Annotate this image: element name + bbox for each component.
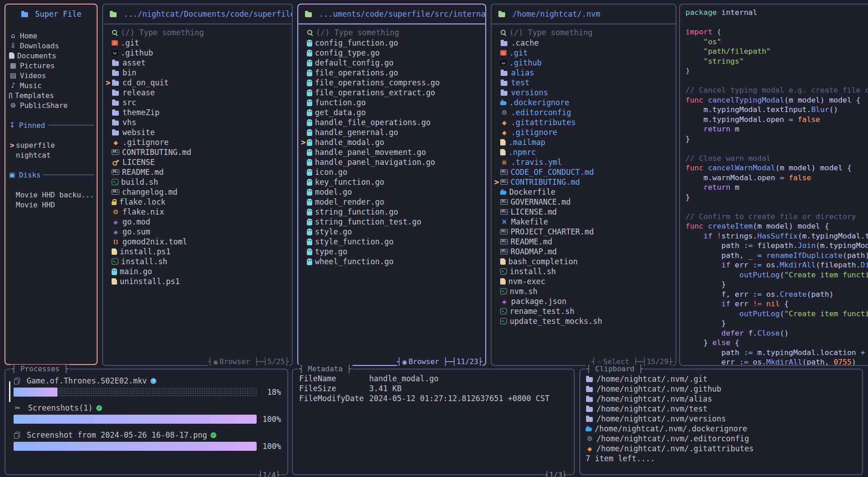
file-row[interactable]: versions bbox=[492, 88, 676, 98]
file-row[interactable]: M↓PROJECT_CHARTER.md bbox=[492, 227, 676, 237]
sidebar-item-downloads[interactable]: ⇩Downloads bbox=[5, 41, 97, 51]
sidebar-item-home[interactable]: ⌂Home bbox=[5, 31, 97, 41]
file-row[interactable]: flake.lock bbox=[103, 197, 292, 207]
file-row[interactable]: ◆.gitignore bbox=[103, 137, 292, 147]
file-row[interactable]: alias bbox=[492, 68, 676, 78]
file-row[interactable]: file_operations_compress.go bbox=[298, 78, 485, 88]
file-row[interactable]: .mailmap bbox=[492, 137, 676, 147]
file-row[interactable]: >_install.sh bbox=[492, 267, 676, 276]
file-row[interactable]: ◈go.sum bbox=[103, 227, 292, 237]
file-row[interactable]: default_config.go bbox=[298, 58, 485, 68]
pinned-item-superfile[interactable]: >superfile bbox=[5, 140, 97, 150]
file-row[interactable]: M↓README.md bbox=[103, 167, 292, 177]
file-row[interactable]: ×Makefile bbox=[492, 217, 676, 227]
file-row[interactable]: ◈go.mod bbox=[103, 217, 292, 227]
file-row[interactable]: M↓changelog.md bbox=[103, 187, 292, 197]
file-row[interactable]: .npmrc bbox=[492, 147, 676, 157]
file-row[interactable]: >_nvm.sh bbox=[492, 286, 676, 296]
pinned-list: >superfile nightcat bbox=[5, 140, 97, 160]
sidebar-item-publicshare[interactable]: ⊚PublicShare bbox=[5, 100, 97, 110]
disk-item[interactable]: Movie HHD backu... bbox=[5, 190, 97, 200]
file-row[interactable]: ≡.travis.yml bbox=[492, 157, 676, 167]
disk-item[interactable]: Movie HHD bbox=[5, 200, 97, 210]
search-bar[interactable]: (/) Type something bbox=[492, 27, 676, 38]
sidebar-item-documents[interactable]: Documents bbox=[5, 51, 97, 61]
file-row[interactable]: ω.github bbox=[103, 48, 292, 58]
sidebar-item-templates[interactable]: Templates bbox=[5, 90, 97, 100]
file-row[interactable]: >_update_test_mocks.sh bbox=[492, 316, 676, 326]
file-row[interactable]: M↓GOVERNANCE.md bbox=[492, 197, 676, 207]
file-row[interactable]: M↓CODE_OF_CONDUCT.md bbox=[492, 167, 676, 177]
pinned-item-nightcat[interactable]: nightcat bbox=[5, 150, 97, 160]
file-row[interactable]: string_function_test.go bbox=[298, 217, 485, 227]
go-icon bbox=[307, 169, 312, 176]
search-bar[interactable]: (/) Type something bbox=[103, 27, 292, 38]
file-row[interactable]: website bbox=[103, 127, 292, 137]
file-row[interactable]: function.go bbox=[298, 98, 485, 108]
file-row[interactable]: >cd_on_quit bbox=[103, 78, 292, 88]
file-row[interactable]: icon.go bbox=[298, 167, 485, 177]
sidebar-item-videos[interactable]: ▤Videos bbox=[5, 70, 97, 80]
file-row[interactable]: asset bbox=[103, 58, 292, 68]
file-row[interactable]: themeZip bbox=[103, 108, 292, 117]
file-row[interactable]: ◇.git bbox=[103, 38, 292, 48]
process-item[interactable]: Screenshot from 2024-05-26 16-08-17.png✓… bbox=[14, 430, 281, 451]
file-row[interactable]: M↓LICENSE.md bbox=[492, 207, 676, 217]
file-row[interactable]: >handle_modal.go bbox=[298, 137, 485, 147]
search-bar[interactable]: (/) Type something bbox=[298, 27, 485, 38]
file-row[interactable]: style.go bbox=[298, 227, 485, 237]
file-row[interactable]: style_function.go bbox=[298, 237, 485, 247]
file-row[interactable]: []gomod2nix.toml bbox=[103, 237, 292, 247]
file-row[interactable]: wheel_function.go bbox=[298, 257, 485, 267]
file-row[interactable]: .cache bbox=[492, 38, 676, 48]
file-row[interactable]: .dockerignore bbox=[492, 98, 676, 108]
file-row[interactable]: handle_genernal.go bbox=[298, 127, 485, 137]
file-row[interactable]: M↓README.md bbox=[492, 237, 676, 247]
file-row[interactable]: bin bbox=[103, 68, 292, 78]
file-row[interactable]: src bbox=[103, 98, 292, 108]
file-row[interactable]: uninstall.ps1 bbox=[103, 276, 292, 286]
file-row[interactable]: release bbox=[103, 88, 292, 98]
file-row[interactable]: file_operations_extract.go bbox=[298, 88, 485, 98]
file-row[interactable]: bash_completion bbox=[492, 257, 676, 267]
file-row[interactable]: type.go bbox=[298, 247, 485, 257]
sidebar-item-pictures[interactable]: ▦Pictures bbox=[5, 61, 97, 70]
file-row[interactable]: main.go bbox=[103, 267, 292, 276]
gear-gray-icon: ⚙ bbox=[500, 109, 508, 116]
file-row[interactable]: >M↓CONTRIBUTING.md bbox=[492, 177, 676, 187]
sidebar-item-music[interactable]: ♪Music bbox=[5, 80, 97, 90]
metadata-label: FileModifyDate bbox=[299, 394, 369, 404]
file-row[interactable]: get_data.go bbox=[298, 108, 485, 117]
file-row[interactable]: ◆.gitignore bbox=[492, 127, 676, 137]
file-row[interactable]: Dockerfile bbox=[492, 187, 676, 197]
file-row[interactable]: M↓ROADMAP.md bbox=[492, 247, 676, 257]
file-row[interactable]: ◇.git bbox=[492, 48, 676, 58]
file-row[interactable]: test bbox=[492, 78, 676, 88]
file-row[interactable]: handle_panel_navigation.go bbox=[298, 157, 485, 167]
process-name: Screenshots(1) bbox=[28, 403, 93, 412]
file-row[interactable]: model_render.go bbox=[298, 197, 485, 207]
file-row[interactable]: model.go bbox=[298, 187, 485, 197]
file-row[interactable]: file_operations.go bbox=[298, 68, 485, 78]
file-row[interactable]: >_install.sh bbox=[103, 257, 292, 267]
file-row[interactable]: config_type.go bbox=[298, 48, 485, 58]
file-row[interactable]: >_rename_test.sh bbox=[492, 306, 676, 316]
file-row[interactable]: key_function.go bbox=[298, 177, 485, 187]
file-row[interactable]: >_build.sh bbox=[103, 177, 292, 187]
file-row[interactable]: config_function.go bbox=[298, 38, 485, 48]
file-row[interactable]: ⚙flake.nix bbox=[103, 207, 292, 217]
process-item[interactable]: Game.of.Thrones.S02E02.mkv18% bbox=[14, 376, 281, 397]
file-row[interactable]: string_function.go bbox=[298, 207, 485, 217]
file-row[interactable]: LICENSE bbox=[103, 157, 292, 167]
file-row[interactable]: ⚙.editorconfig bbox=[492, 108, 676, 117]
file-row[interactable]: ω.github bbox=[492, 58, 676, 68]
file-row[interactable]: nvm-exec bbox=[492, 276, 676, 286]
file-row[interactable]: handle_panel_movement.go bbox=[298, 147, 485, 157]
file-row[interactable]: vhs bbox=[103, 117, 292, 127]
file-row[interactable]: M↓CONTRIBUTING.md bbox=[103, 147, 292, 157]
file-row[interactable]: ◈package.json bbox=[492, 296, 676, 306]
file-row[interactable]: ◆.gitattributes bbox=[492, 117, 676, 127]
file-row[interactable]: handle_file_operations.go bbox=[298, 117, 485, 127]
file-row[interactable]: install.ps1 bbox=[103, 247, 292, 257]
process-item[interactable]: ✂Screenshots(1)✓100% bbox=[14, 403, 281, 424]
